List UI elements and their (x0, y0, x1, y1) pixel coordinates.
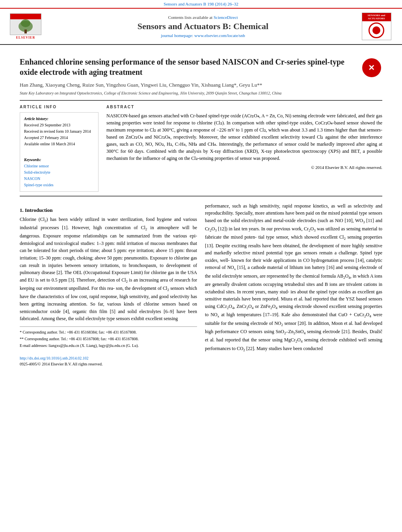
intro-text-right: performance, such as high sensitivity, r… (205, 202, 382, 353)
intro-section: 1. Introduction Chlorine (Cl2) has been … (20, 202, 382, 367)
available-date: Available online 18 March 2014 (24, 141, 94, 147)
history-heading: Article history: (24, 116, 94, 122)
intro-col-right: performance, such as high sensitivity, r… (205, 202, 382, 367)
article-title-container: Enhanced chlorine sensing performance of… (20, 57, 382, 77)
journal-homepage: journal homepage: www.elsevier.com/locat… (47, 33, 359, 38)
footnotes: * Corresponding author. Tel.: +86 431 85… (20, 326, 197, 367)
abstract-text: NASICON-based gas sensors attached with … (106, 112, 382, 171)
doi-link[interactable]: http://dx.doi.org/10.1016/j.snb.2014.02.… (20, 355, 197, 361)
article-title-text: Enhanced chlorine sensing performance of… (20, 57, 344, 76)
footnote-star1: * Corresponding author. Tel.: +86 431 85… (20, 329, 197, 335)
received-date: Received 29 September 2013 (24, 122, 94, 128)
article-info-col: ARTICLE INFO Article history: Received 2… (20, 105, 99, 192)
svg-text:ELSEVIER: ELSEVIER (12, 15, 28, 19)
elsevier-logo: ELSEVIER ELSEVIER (8, 13, 43, 39)
email-addresses: liangxs@jlu.edu.cn (X. Liang), lugy@jlu.… (48, 343, 139, 348)
elsevier-logo-image: ELSEVIER (10, 13, 41, 35)
elsevier-text: ELSEVIER (16, 36, 35, 39)
sensors-inner-circle (372, 26, 380, 34)
footnote-star2: ** Corresponding author. Tel.: +86 431 8… (20, 336, 197, 342)
abstract-heading: ABSTRACT (106, 105, 382, 109)
header-divider (20, 100, 382, 101)
svg-point-3 (21, 19, 30, 27)
intro-text-left: Chlorine (Cl2) has been widely utilized … (20, 216, 197, 323)
contents-label: Contents lists available at (168, 15, 212, 20)
article-info-box: Article history: Received 29 September 2… (20, 112, 99, 192)
journal-ref-label: Sensors and Actuators B 198 (2014) 26–32 (164, 2, 238, 6)
copyright-text: 0925-4005/© 2014 Elsevier B.V. All right… (20, 361, 197, 367)
abstract-body: NASICON-based gas sensors attached with … (106, 113, 382, 161)
article-info-heading: ARTICLE INFO (20, 105, 99, 109)
homepage-label: journal homepage: (161, 33, 193, 38)
homepage-url[interactable]: www.elsevier.com/locate/snb (194, 33, 245, 38)
received-revised-date: Received in revised form 10 January 2014 (24, 128, 94, 135)
sensors-logo: SENSORS andACTUATORS (359, 13, 394, 40)
svg-rect-4 (24, 30, 27, 33)
sensors-logo-box: SENSORS andACTUATORS (362, 13, 391, 40)
abstract-copyright: © 2014 Elsevier B.V. All rights reserved… (106, 164, 382, 171)
keywords-label: Keywords: (24, 158, 41, 162)
abstract-col: ABSTRACT NASICON-based gas sensors attac… (106, 105, 382, 192)
footnote-emails: E-mail addresses: liangxs@jlu.edu.cn (X.… (20, 343, 197, 348)
email-label: E-mail addresses: (20, 343, 48, 348)
sensors-circle (368, 22, 384, 38)
journal-ref-bar: Sensors and Actuators B 198 (2014) 26–32 (0, 0, 402, 9)
sensors-logo-text: SENSORS andACTUATORS (362, 13, 391, 21)
keyword-4: Spinel-type oxides (24, 182, 94, 188)
journal-title: Sensors and Actuators B: Chemical (47, 21, 359, 32)
crossmark-badge: ✕ (361, 57, 382, 78)
journal-header: ELSEVIER ELSEVIER Contents lists availab… (0, 9, 402, 45)
sciencedirect-link[interactable]: ScienceDirect (214, 15, 238, 20)
keyword-3: NASCON (24, 176, 94, 182)
journal-center: Contents lists available at ScienceDirec… (47, 15, 359, 38)
keywords-section: Keywords: Chlorine sensor Solid-electrol… (24, 157, 94, 188)
contents-line: Contents lists available at ScienceDirec… (47, 15, 359, 20)
affiliation-text: State Key Laboratory on Integrated Optoe… (20, 91, 382, 96)
keyword-2: Solid-electrolyte (24, 169, 94, 176)
abstract-divider (20, 196, 382, 196)
svg-rect-0 (10, 14, 41, 19)
info-abstract-section: ARTICLE INFO Article history: Received 2… (20, 105, 382, 192)
authors-line: Han Zhang, Xiaoyang Cheng, Ruize Sun, Yi… (20, 81, 382, 89)
journal-ref-text: Sensors and Actuators B 198 (2014) 26–32 (164, 2, 238, 6)
intro-col-left: 1. Introduction Chlorine (Cl2) has been … (20, 202, 197, 367)
article-content: Enhanced chlorine sensing performance of… (0, 45, 402, 373)
accepted-date: Accepted 27 February 2014 (24, 135, 94, 141)
sensors-logo-image (362, 21, 391, 40)
intro-title: 1. Introduction (20, 207, 197, 213)
keyword-1: Chlorine sensor (24, 163, 94, 169)
crossmark-icon: ✕ (362, 58, 381, 77)
